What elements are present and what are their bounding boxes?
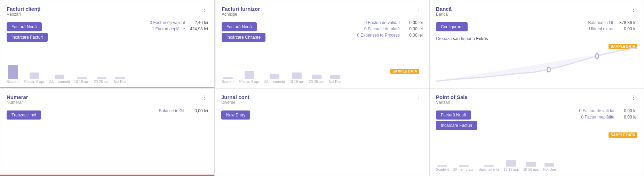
bar-1-0 xyxy=(8,65,18,79)
card-facturi-clienti: Facturi clienți Vânzări ⋮ Factură Nouă Î… xyxy=(0,0,215,88)
card-title-3: Bancă Bancă xyxy=(436,6,452,20)
bar-group-2-2: Săpt. curentă xyxy=(264,74,285,84)
card-title-6: Point of Sale Vânzări xyxy=(436,94,468,108)
bar-group-2-0: Scadent xyxy=(222,77,234,84)
numerar-spacer xyxy=(7,122,208,173)
bar-group-1-0: Scadent xyxy=(7,65,19,84)
bar-group-2-4: 20-26 apr. xyxy=(309,75,325,84)
stat-line-2-0: 0 Facturi de validat 0,00 lei xyxy=(365,20,423,25)
card-facturi-furnizor: Facturi furnizor Achiziție ⋮ Factură Nou… xyxy=(215,0,429,88)
bar-group-1-1: 30 mar.-5 apr. xyxy=(24,72,45,84)
menu-dots-1[interactable]: ⋮ xyxy=(200,6,208,12)
incarcare-chitante-btn[interactable]: Încărcare Chitanțe xyxy=(222,33,265,42)
tranzactii-noi-btn[interactable]: Tranzacții noi xyxy=(7,110,41,120)
bar-group-6-2: Săpt. curentă xyxy=(478,165,499,171)
factura-noua-btn-3[interactable]: Factură Nouă xyxy=(436,110,471,120)
stats-3: Balance in GL 378,36 lei Ultimul extras … xyxy=(588,20,637,32)
chart-area-2: SAMPLE DATA Scadent 30 mar.-5 apr. Săpt.… xyxy=(222,46,423,84)
bar-group-1-3: 13-19 apr. xyxy=(74,77,90,84)
card-jurnal-cont: Jurnal cont Diverse ⋮ New Entry xyxy=(215,88,429,176)
bar-6-5 xyxy=(544,163,554,167)
creeaza-link[interactable]: Creează xyxy=(436,36,452,41)
card-header-1: Facturi clienți Vânzări ⋮ xyxy=(7,6,208,20)
bar-group-6-5: Not Due xyxy=(543,163,556,171)
bar-chart-6: Scadent 30 mar.-5 apr. Săpt. curentă 13-… xyxy=(436,151,637,172)
card-header-2: Facturi furnizor Achiziție ⋮ xyxy=(222,6,423,20)
balance-line: Balance in GL 378,36 lei xyxy=(588,20,637,25)
card-point-of-sale: Point of Sale Vânzări ⋮ Factură Nouă Înc… xyxy=(429,88,644,176)
jurnal-spacer xyxy=(221,122,423,173)
link-sep: sau xyxy=(453,36,461,41)
chart-point-1 xyxy=(547,67,550,72)
bar-2-0 xyxy=(223,77,233,79)
stat-line-2-2: 0 Expenses to Process 0,00 lei xyxy=(357,33,423,38)
chart-point-2 xyxy=(596,54,599,58)
banca-link-row: Creează sau Importă Extras xyxy=(436,36,637,41)
link-text3: Extras xyxy=(476,36,488,41)
line-chart-area: SAMPLE DATA xyxy=(436,43,637,84)
card-title-4: Numerar Numerar xyxy=(7,94,28,108)
bar-6-0 xyxy=(437,165,447,167)
buttons-2: Factură Nouă Încărcare Chitanțe xyxy=(222,22,268,43)
bar-1-3 xyxy=(77,77,87,79)
stat-line-2-1: 0 Facturile de plată 0,00 lei xyxy=(364,26,423,31)
bar-6-3 xyxy=(506,160,516,167)
configurare-btn[interactable]: Configurare xyxy=(436,22,468,31)
bar-1-1 xyxy=(30,72,39,79)
bar-group-6-1: 30 mar.-5 apr. xyxy=(453,165,475,171)
bar-group-6-3: 13-19 apr. xyxy=(503,160,519,171)
stat-line-6-1: 0 Facturi neplătite 0,00 lei xyxy=(581,115,637,120)
bar-group-6-0: Scadent xyxy=(436,165,449,171)
bar-1-2 xyxy=(55,75,64,79)
bar-group-1-4: 20-26 apr. xyxy=(94,77,110,84)
incarcare-facturi-btn-1[interactable]: Încărcare Facturi xyxy=(7,33,48,42)
buttons-5: New Entry xyxy=(221,110,423,121)
menu-dots-4[interactable]: ⋮ xyxy=(200,94,208,100)
factura-noua-btn-2[interactable]: Factură Nouă xyxy=(222,22,257,31)
bar-chart-1: Scadent 30 mar.-5 apr. Săpt. curentă 13-… xyxy=(7,63,208,84)
extra-line: Ultimul extras 0,00 lei xyxy=(589,26,637,31)
buttons-4: Tranzacții noi xyxy=(7,110,43,121)
sample-data-badge-6: SAMPLE DATA xyxy=(609,132,637,138)
bar-group-2-3: 13-19 apr. xyxy=(289,72,305,84)
stat-line-1-1: 1 Facturi neplătite 424,98 lei xyxy=(152,26,208,31)
card-header-6: Point of Sale Vânzări ⋮ xyxy=(436,94,637,108)
bar-1-5 xyxy=(115,77,125,79)
bar-2-2 xyxy=(270,74,279,79)
bar-2-3 xyxy=(292,72,302,79)
bar-2-4 xyxy=(312,75,321,79)
stats-6: 0 Facturi de validat 0,00 lei 0 Facturi … xyxy=(579,108,637,120)
top-row-1: Factură Nouă Încărcare Facturi 3 Facturi… xyxy=(7,20,208,45)
bar-1-4 xyxy=(97,77,106,79)
card-banca: Bancă Bancă ⋮ Configurare Balance in GL … xyxy=(429,0,644,88)
bar-6-4 xyxy=(526,162,536,167)
menu-dots-5[interactable]: ⋮ xyxy=(415,94,423,100)
bar-6-2 xyxy=(484,165,494,167)
bar-group-1-2: Săpt. curentă xyxy=(49,75,70,84)
incarcare-facturi-btn-2[interactable]: Încărcare Facturi xyxy=(436,121,477,130)
importa-link[interactable]: Importă xyxy=(461,36,475,41)
sample-data-badge-2: SAMPLE DATA xyxy=(390,69,419,74)
numerar-balance-line: Balance in GL 0,00 lei xyxy=(159,108,208,113)
top-row-4: Tranzacții noi Balance in GL 0,00 lei xyxy=(7,108,208,122)
bottom-bar-1 xyxy=(0,87,214,88)
bottom-bar-4 xyxy=(0,175,214,176)
menu-dots-2[interactable]: ⋮ xyxy=(415,6,423,12)
bar-group-2-1: 30 mar.-5 apr. xyxy=(239,71,260,84)
factura-noua-btn-1[interactable]: Factură Nouă xyxy=(7,22,42,31)
new-entry-btn[interactable]: New Entry xyxy=(221,110,250,120)
menu-dots-3[interactable]: ⋮ xyxy=(630,6,637,12)
card-title-5: Jurnal cont Diverse xyxy=(221,94,249,108)
buttons-6: Factură Nouă Încărcare Facturi xyxy=(436,110,479,131)
chart-area-6: SAMPLE DATA Scadent 30 mar.-5 apr. Săpt.… xyxy=(436,134,637,173)
card-numerar: Numerar Numerar ⋮ Tranzacții noi Balance… xyxy=(0,88,215,176)
bar-group-6-4: 20-26 apr. xyxy=(523,162,539,171)
menu-dots-6[interactable]: ⋮ xyxy=(630,94,637,100)
stat-line-1-0: 3 Facturi de validat 2,46 lei xyxy=(150,20,208,25)
stats-2: 0 Facturi de validat 0,00 lei 0 Facturil… xyxy=(357,20,423,38)
top-row-2: Factură Nouă Încărcare Chitanțe 0 Factur… xyxy=(222,20,423,45)
bar-chart-2: Scadent 30 mar.-5 apr. Săpt. curentă 13-… xyxy=(222,63,423,84)
line-chart-svg xyxy=(436,43,637,84)
top-row-6: Factură Nouă Încărcare Facturi 0 Facturi… xyxy=(436,108,637,133)
stats-4: Balance in GL 0,00 lei xyxy=(159,108,208,114)
